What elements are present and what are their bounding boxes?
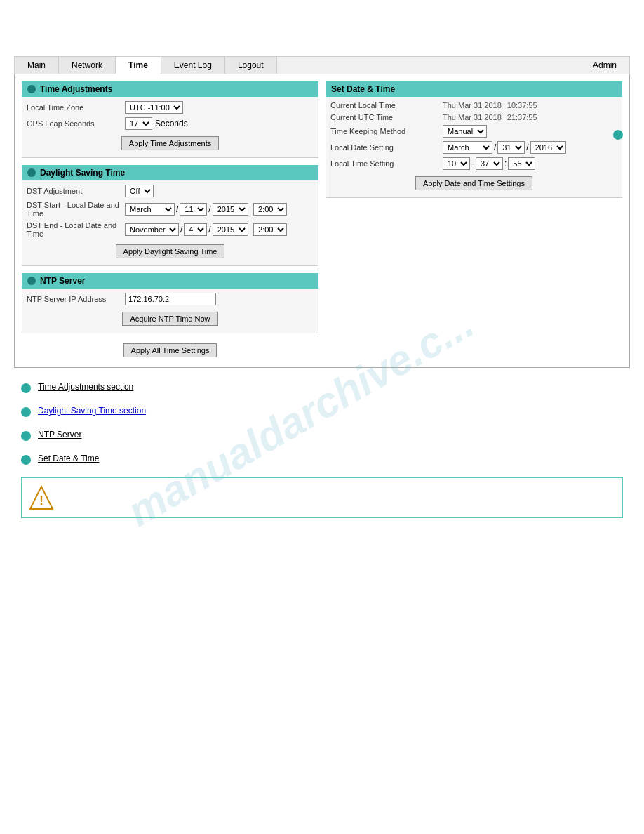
tab-logout[interactable]: Logout [225,57,277,74]
dst-adjustment-select[interactable]: Off On [125,185,154,197]
tab-time[interactable]: Time [116,57,161,74]
time-adjustments-header: Time Adjustments [22,81,318,97]
bullet-dot-3 [21,431,31,441]
local-date-day-select[interactable]: 31 1 15 [497,141,525,154]
local-time-label: Local Time Setting [330,159,443,168]
dst-end-row: DST End - Local Date and Time November O… [27,221,314,238]
main-content-area: Time Adjustments Local Time Zone UTC -11… [14,74,630,368]
svg-text:!: ! [39,494,43,508]
dst-header: Daylight Saving Time [22,165,318,180]
local-time-sep2: : [504,159,507,168]
bullet-link-4[interactable]: Set Date & Time [38,454,99,463]
acquire-ntp-btn[interactable]: Acquire NTP Time Now [122,312,217,326]
bullet-row-2: Daylight Saving Time section [21,406,623,417]
ntp-section: NTP Server NTP Server IP Address Acquire… [22,273,318,333]
ntp-ip-row: NTP Server IP Address [27,293,314,305]
gps-leap-row: GPS Leap Seconds 17 16 18 Seconds [27,117,314,130]
acquire-ntp-row: Acquire NTP Time Now [27,309,314,329]
dst-title: Daylight Saving Time [40,168,125,178]
navigation-bar: Main Network Time Event Log Logout Admin [14,56,630,74]
bullet-row-1: Time Adjustments section [21,382,623,393]
current-utc-time-date: Thu Mar 31 2018 [443,113,502,121]
dst-dot [27,168,36,177]
timekeeping-label: Time Keeping Method [330,127,443,135]
timekeeping-row: Time Keeping Method Manual NTP [330,125,617,138]
dst-start-time-select[interactable]: 2:00 1:00 3:00 [253,203,287,216]
dst-end-day-select[interactable]: 4 1 7 [184,223,207,236]
gps-leap-label: GPS Leap Seconds [27,119,125,128]
time-adjustments-dot [27,85,36,93]
local-date-month-select[interactable]: March January February April [443,141,492,154]
time-adjustments-body: Local Time Zone UTC -11:00 UTC -10:00 UT… [22,97,318,158]
admin-label: Admin [580,57,629,74]
ntp-dot [27,277,36,285]
apply-time-adjustments-btn[interactable]: Apply Time Adjustments [121,136,219,150]
apply-dst-row: Apply Daylight Saving Time [27,241,314,261]
dst-start-row: DST Start - Local Date and Time March Ja… [27,201,314,218]
timekeeping-select[interactable]: Manual NTP [443,125,487,138]
dst-start-month-select[interactable]: March January February April [125,203,175,216]
right-column: Set Date & Time Current Local Time Thu M… [326,81,622,360]
local-date-year-select[interactable]: 2016 2015 2017 [530,141,566,154]
local-date-sep2: / [526,143,528,152]
bullet-dot-4 [21,455,31,465]
apply-all-row: Apply All Time Settings [22,340,318,360]
apply-date-time-btn[interactable]: Apply Date and Time Settings [415,176,532,190]
set-date-time-header: Set Date & Time [326,81,622,97]
current-local-time-row: Current Local Time Thu Mar 31 2018 10:37… [330,101,617,110]
dst-end-sep1: / [180,225,182,234]
dst-start-day-select[interactable]: 11 1 15 [180,203,207,216]
ntp-ip-label: NTP Server IP Address [27,295,125,303]
tab-network[interactable]: Network [59,57,116,74]
gps-leap-select[interactable]: 17 16 18 [125,117,152,130]
local-tz-select[interactable]: UTC -11:00 UTC -10:00 UTC -9:00 UTC -8:0… [125,101,183,114]
current-local-time-value: 10:37:55 [507,101,537,110]
gps-leap-unit: Seconds [155,119,188,128]
local-time-sec-select[interactable]: 55 00 30 [508,157,535,170]
local-time-min-select[interactable]: 37 00 30 [476,157,503,170]
ntp-body: NTP Server IP Address Acquire NTP Time N… [22,289,318,333]
ntp-title: NTP Server [40,276,85,286]
bullet-row-3: NTP Server [21,430,623,441]
local-tz-row: Local Time Zone UTC -11:00 UTC -10:00 UT… [27,101,314,114]
dst-end-month-select[interactable]: November October December [125,223,179,236]
left-column: Time Adjustments Local Time Zone UTC -11… [22,81,318,360]
warning-box: ! [21,477,623,518]
bullet-link-1[interactable]: Time Adjustments section [38,382,133,392]
dst-end-year-select[interactable]: 2015 2016 2014 [213,223,248,236]
local-time-sep1: - [471,159,474,168]
current-local-time-date: Thu Mar 31 2018 [443,101,502,110]
set-date-time-body: Current Local Time Thu Mar 31 2018 10:37… [326,97,622,198]
bullet-link-3[interactable]: NTP Server [38,430,81,439]
local-date-row: Local Date Setting March January Februar… [330,141,617,154]
local-date-label: Local Date Setting [330,143,443,152]
top-indicator-dot [613,130,623,140]
apply-dst-btn[interactable]: Apply Daylight Saving Time [116,244,225,258]
dst-section: Daylight Saving Time DST Adjustment Off … [22,165,318,266]
dst-adjustment-row: DST Adjustment Off On [27,185,314,197]
ntp-ip-input[interactable] [125,293,216,305]
bullet-link-2[interactable]: Daylight Saving Time section [38,406,146,416]
current-local-time-label: Current Local Time [330,101,443,110]
tab-main[interactable]: Main [15,57,59,74]
apply-date-time-row: Apply Date and Time Settings [330,173,617,193]
dst-start-sep2: / [208,204,210,214]
apply-all-btn[interactable]: Apply All Time Settings [123,343,217,357]
current-utc-time-row: Current UTC Time Thu Mar 31 2018 21:37:5… [330,113,617,121]
dst-end-sep2: / [208,225,210,234]
dst-end-label: DST End - Local Date and Time [27,221,125,238]
bullet-row-4: Set Date & Time [21,454,623,465]
dst-start-year-select[interactable]: 2015 2016 2014 [213,203,248,216]
tab-eventlog[interactable]: Event Log [161,57,225,74]
set-date-time-title: Set Date & Time [331,84,395,94]
dst-end-time-select[interactable]: 2:00 1:00 3:00 [253,223,287,236]
dst-start-label: DST Start - Local Date and Time [27,201,125,218]
local-time-row: Local Time Setting 10 11 12 - 37 00 30 : [330,157,617,170]
local-date-sep1: / [494,143,496,152]
local-tz-label: Local Time Zone [27,103,125,112]
dst-adjustment-label: DST Adjustment [27,187,125,195]
ntp-header: NTP Server [22,273,318,289]
warning-icon: ! [27,484,55,512]
dst-end-sep3 [250,225,252,234]
local-time-hour-select[interactable]: 10 11 12 [443,157,470,170]
